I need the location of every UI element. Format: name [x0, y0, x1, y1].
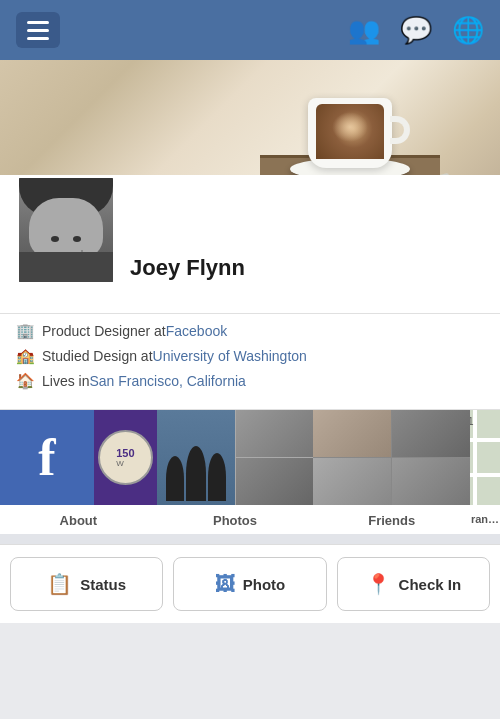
friend-cell-4: [392, 458, 470, 505]
albums-grid: f 150 W About: [0, 410, 500, 534]
hamburger-line-3: [27, 37, 49, 40]
about-thumb-inner: f 150 W: [0, 410, 157, 505]
person-3: [208, 453, 226, 501]
school-icon: 🏫: [16, 347, 34, 365]
globe-icon[interactable]: 🌐: [452, 15, 484, 46]
photos-column[interactable]: Photos: [157, 410, 314, 534]
about-thumbnail: f 150 W: [0, 410, 157, 505]
uw-text: 150: [116, 447, 134, 459]
fb-f-letter: f: [38, 432, 55, 484]
photo-cell-main: [157, 410, 235, 505]
photos-label: Photos: [213, 505, 257, 534]
friends-thumbnail: [313, 410, 470, 505]
cup-handle: [390, 116, 410, 144]
eye-right: [73, 236, 81, 242]
uw-sub: W: [116, 459, 134, 468]
hamburger-button[interactable]: [16, 12, 60, 48]
latte-art: [332, 112, 368, 142]
person-1: [166, 456, 184, 501]
hamburger-line-2: [27, 29, 49, 32]
job-text: Product Designer at: [42, 323, 166, 339]
group-photo: [157, 410, 235, 505]
map-roads-svg: 101: [470, 410, 500, 505]
person-2: [186, 446, 206, 501]
photo-cell-2: [236, 410, 314, 457]
location-text: Lives in: [42, 373, 89, 389]
nav-right: 👥 💬 🌐: [348, 15, 484, 46]
friends-column[interactable]: Friends: [313, 410, 470, 534]
profile-row: Joey Flynn: [16, 175, 484, 285]
city-link[interactable]: San Francisco, California: [89, 373, 245, 389]
top-navigation: 👥 💬 🌐: [0, 0, 500, 60]
hamburger-line-1: [27, 21, 49, 24]
status-button[interactable]: 📋 Status: [10, 557, 163, 611]
profile-name-area: Joey Flynn: [130, 255, 245, 285]
shirt: [19, 252, 113, 282]
school-text: Studied Design at: [42, 348, 153, 364]
albums-section: f 150 W About: [0, 409, 500, 534]
eye-left: [51, 236, 59, 242]
map-column: 101 ran…: [470, 410, 500, 534]
checkin-icon: 📍: [366, 572, 391, 596]
info-section: 🏢 Product Designer at Facebook 🏫 Studied…: [0, 313, 500, 409]
location-icon: 🏠: [16, 372, 34, 390]
job-icon: 🏢: [16, 322, 34, 340]
about-column[interactable]: f 150 W About: [0, 410, 157, 534]
status-label: Status: [80, 576, 126, 593]
info-row-school: 🏫 Studied Design at University of Washin…: [16, 347, 484, 365]
about-label: About: [60, 505, 98, 534]
section-divider: [0, 534, 500, 544]
photo-label: Photo: [243, 576, 286, 593]
friend-cell-1: [313, 410, 391, 457]
friends-icon[interactable]: 👥: [348, 15, 380, 46]
messages-icon[interactable]: 💬: [400, 15, 432, 46]
status-icon: 📋: [47, 572, 72, 596]
skin: [29, 198, 103, 258]
profile-section: Joey Flynn: [0, 175, 500, 313]
friend-cell-3: [313, 458, 391, 505]
photo-icon: 🖼: [215, 573, 235, 596]
nav-left: [16, 12, 60, 48]
svg-text:101: 101: [470, 416, 474, 427]
cup: [308, 98, 392, 168]
profile-name: Joey Flynn: [130, 255, 245, 280]
photos-thumbnail: [157, 410, 314, 505]
uw-circle: 150 W: [98, 430, 153, 485]
checkin-button[interactable]: 📍 Check In: [337, 557, 490, 611]
avatar-image: [19, 178, 113, 282]
checkin-label: Check In: [399, 576, 462, 593]
map-thumbnail: 101: [470, 410, 500, 505]
university-link[interactable]: University of Washington: [153, 348, 307, 364]
fb-logo-area: f: [0, 410, 94, 505]
uw-inner: 150 W: [116, 447, 134, 468]
map-label: ran…: [471, 505, 499, 531]
bottom-actions: 📋 Status 🖼 Photo 📍 Check In: [0, 544, 500, 623]
coffee-top: [316, 104, 384, 159]
uw-logo-area: 150 W: [94, 410, 157, 505]
photo-cell-3: [236, 458, 314, 505]
info-row-job: 🏢 Product Designer at Facebook: [16, 322, 484, 340]
friends-label: Friends: [368, 505, 415, 534]
photo-button[interactable]: 🖼 Photo: [173, 557, 326, 611]
info-row-location: 🏠 Lives in San Francisco, California: [16, 372, 484, 390]
facebook-link[interactable]: Facebook: [166, 323, 227, 339]
friend-cell-2: [392, 410, 470, 457]
avatar: [16, 175, 116, 285]
